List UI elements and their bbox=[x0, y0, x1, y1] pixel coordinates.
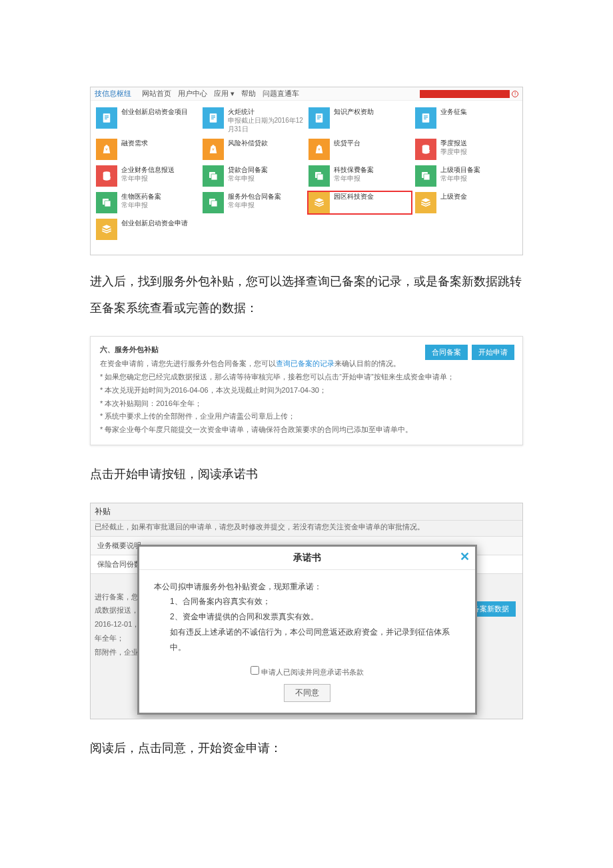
doc-icon bbox=[308, 107, 330, 129]
tile-title: 服务外包合同备案 bbox=[228, 192, 281, 201]
tile-title: 科技保费备案 bbox=[334, 165, 374, 174]
red-banner bbox=[420, 90, 510, 98]
nav-user[interactable]: 用户中心 bbox=[178, 89, 207, 99]
nav-feedback[interactable]: 问题直通车 bbox=[263, 89, 299, 99]
app-tile[interactable]: 上级项目备案常年申报 bbox=[414, 164, 519, 188]
app-header: 技信息枢纽 网站首页 用户中心 应用 ▾ 帮助 问题直通车 ! bbox=[91, 87, 522, 101]
notice-line-3: * 本次兑现开始时间为2016-04-06，本次兑现截止时间为2017-04-3… bbox=[100, 384, 513, 397]
tile-subtitle: 申报截止日期为2016年12月31日 bbox=[228, 116, 305, 133]
dialog-p1: 本公司拟申请服务外包补贴资金，现郑重承诺： bbox=[154, 579, 460, 595]
svg-rect-28 bbox=[105, 201, 111, 207]
tile-text: 创业创新启动资金申请 bbox=[121, 219, 188, 227]
svg-rect-30 bbox=[211, 201, 217, 207]
app-tile[interactable]: 知识产权资助 bbox=[307, 106, 412, 135]
dialog-checkbox-row: 申请人已阅读并同意承诺书条款 bbox=[139, 663, 475, 684]
bag-icon: ¥ bbox=[203, 139, 224, 160]
tile-title: 上级项目备案 bbox=[440, 165, 480, 174]
query-records-link[interactable]: 查询已备案的记录 bbox=[276, 359, 334, 367]
svg-rect-4 bbox=[209, 113, 217, 123]
app-tile[interactable]: 服务外包合同备案常年申报 bbox=[201, 191, 306, 215]
tile-subtitle: 季度申报 bbox=[440, 147, 467, 156]
tile-text: 园区科技资金 bbox=[334, 192, 374, 201]
nav-links: 网站首页 用户中心 应用 ▾ 帮助 问题直通车 bbox=[142, 89, 299, 99]
stack-icon bbox=[96, 219, 117, 240]
app-tile[interactable]: 科技保费备案常年申报 bbox=[307, 164, 412, 188]
copy-icon bbox=[308, 165, 330, 187]
app-tile[interactable]: 企业财务信息报送常年申报 bbox=[95, 164, 200, 188]
doc-icon bbox=[96, 107, 117, 129]
notice-line-5: * 系统中要求上传的全部附件，企业用户请盖公司章后上传； bbox=[100, 410, 513, 423]
tile-title: 统贷平台 bbox=[334, 139, 360, 147]
instruction-para-3: 阅读后，点击同意，开始资金申请： bbox=[90, 735, 523, 762]
svg-rect-8 bbox=[316, 113, 323, 123]
copy-icon bbox=[415, 165, 436, 187]
svg-rect-6 bbox=[211, 117, 215, 118]
svg-rect-2 bbox=[105, 117, 109, 118]
tile-title: 季度报送 bbox=[440, 139, 467, 147]
tile-title: 业务征集 bbox=[440, 107, 467, 116]
app-tile[interactable]: 贷款合同备案常年申报 bbox=[201, 164, 306, 188]
tile-title: 融资需求 bbox=[121, 139, 148, 147]
app-tile[interactable]: 上级资金 bbox=[414, 191, 519, 215]
agree-label: 申请人已阅读并同意承诺书条款 bbox=[261, 668, 364, 676]
tile-title: 上级资金 bbox=[440, 192, 467, 201]
nav-home[interactable]: 网站首页 bbox=[142, 89, 171, 99]
copy-icon bbox=[96, 192, 117, 213]
copy-icon bbox=[203, 165, 224, 187]
app-tile[interactable]: ¥融资需求 bbox=[95, 137, 200, 161]
tile-text: 季度报送季度申报 bbox=[440, 139, 467, 156]
doc-icon bbox=[203, 107, 224, 129]
svg-rect-11 bbox=[317, 119, 320, 119]
commitment-dialog: 承诺书 ✕ 本公司拟申请服务外包补贴资金，现郑重承诺： 1、合同备案内容真实有效… bbox=[137, 545, 477, 715]
notice-line-4: * 本次补贴期间：2016年全年； bbox=[100, 397, 513, 411]
app-tile[interactable]: 生物医药备案常年申报 bbox=[95, 191, 200, 215]
svg-rect-13 bbox=[424, 115, 428, 116]
start-apply-button[interactable]: 开始申请 bbox=[472, 345, 514, 360]
agree-checkbox[interactable] bbox=[251, 666, 259, 675]
nav-help[interactable]: 帮助 bbox=[241, 89, 256, 99]
tile-text: 科技保费备案常年申报 bbox=[334, 165, 374, 183]
tile-subtitle: 常年申报 bbox=[228, 174, 268, 183]
app-tile[interactable]: 创业创新启动资金申请 bbox=[95, 217, 200, 241]
tile-title: 生物医药备案 bbox=[121, 192, 161, 201]
notice-buttons: 合同备案 开始申请 bbox=[425, 345, 514, 360]
db-icon bbox=[96, 165, 117, 187]
app-tile[interactable]: ¥风险补偿贷款 bbox=[201, 137, 306, 161]
app-tile[interactable]: ¥统贷平台 bbox=[307, 137, 412, 161]
tile-title: 火炬统计 bbox=[228, 107, 305, 116]
tile-text: 火炬统计申报截止日期为2016年12月31日 bbox=[228, 107, 305, 133]
alert-dot-icon: ! bbox=[512, 91, 518, 97]
app-tile[interactable]: 园区科技资金 bbox=[307, 191, 412, 215]
tile-subtitle: 常年申报 bbox=[334, 174, 374, 183]
svg-rect-24 bbox=[317, 174, 323, 180]
stack-icon bbox=[415, 192, 436, 213]
svg-rect-26 bbox=[424, 174, 430, 180]
svg-rect-0 bbox=[103, 113, 111, 123]
app-tile[interactable]: 业务征集 bbox=[414, 106, 519, 135]
notice-l1b: 来确认目前的情况。 bbox=[334, 359, 400, 367]
tile-title: 园区科技资金 bbox=[334, 192, 374, 201]
bag-icon: ¥ bbox=[96, 139, 117, 160]
screenshot-app-grid: 技信息枢纽 网站首页 用户中心 应用 ▾ 帮助 问题直通车 ! 创业创新启动资金… bbox=[90, 87, 523, 255]
tile-subtitle: 常年申报 bbox=[121, 174, 175, 183]
tile-subtitle: 常年申报 bbox=[121, 201, 161, 209]
disagree-button[interactable]: 不同意 bbox=[284, 684, 330, 702]
tile-text: 知识产权资助 bbox=[334, 107, 374, 116]
tile-text: 融资需求 bbox=[121, 139, 148, 147]
app-tile[interactable]: 创业创新启动资金项目 bbox=[95, 106, 200, 135]
app-tile[interactable]: 火炬统计申报截止日期为2016年12月31日 bbox=[201, 106, 306, 135]
tile-text: 服务外包合同备案常年申报 bbox=[228, 192, 281, 209]
svg-rect-10 bbox=[317, 117, 321, 118]
tile-text: 贷款合同备案常年申报 bbox=[228, 165, 268, 183]
dialog-p3: 2、资金申请提供的合同和发票真实有效。 bbox=[154, 609, 460, 625]
dialog-header: 承诺书 ✕ bbox=[139, 547, 475, 570]
close-icon[interactable]: ✕ bbox=[460, 549, 470, 564]
nav-apps[interactable]: 应用 ▾ bbox=[214, 89, 235, 99]
dialog-p2: 1、合同备案内容真实有效； bbox=[154, 594, 460, 609]
app-tile[interactable]: 季度报送季度申报 bbox=[414, 137, 519, 161]
contract-record-button[interactable]: 合同备案 bbox=[425, 345, 468, 360]
instruction-para-1: 进入后，找到服务外包补贴，您可以选择查询已备案的记录，或是备案新数据跳转至备案系… bbox=[90, 269, 523, 321]
db-icon bbox=[415, 139, 436, 160]
svg-rect-1 bbox=[105, 115, 109, 116]
tile-text: 统贷平台 bbox=[334, 139, 360, 147]
